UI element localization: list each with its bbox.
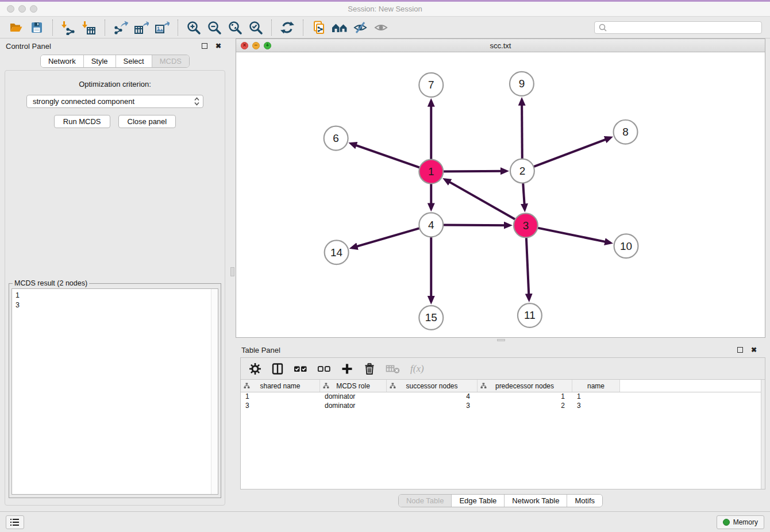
column-header-shared-name[interactable]: shared name — [241, 380, 320, 392]
edge-1-6[interactable] — [351, 144, 431, 172]
graph-node-4[interactable]: 4 — [419, 213, 443, 237]
column-header-predecessor-nodes[interactable]: predecessor nodes — [478, 380, 572, 392]
node-label: 3 — [523, 219, 529, 232]
network-close-button[interactable]: × — [241, 42, 248, 49]
float-panel-button[interactable] — [200, 41, 209, 51]
horizontal-splitter[interactable] — [236, 338, 765, 342]
close-panel-button[interactable]: ✖ — [214, 41, 223, 51]
cell-mcds-role[interactable]: dominator — [320, 392, 387, 402]
node-table: shared nameMCDS rolesuccessor nodesprede… — [241, 380, 765, 489]
cell-mcds-role[interactable]: dominator — [320, 402, 387, 411]
edge-2-8[interactable] — [522, 138, 610, 171]
tab-mcds[interactable]: MCDS — [152, 55, 189, 67]
select-all-rows-button[interactable] — [294, 361, 307, 376]
tab-style[interactable]: Style — [84, 55, 116, 67]
table-row-1[interactable]: 1dominator411 — [241, 392, 765, 402]
network-canvas[interactable]: 7968124314101511 — [236, 52, 765, 337]
delete-column-button[interactable] — [363, 361, 376, 376]
column-header-mcds-role[interactable]: MCDS role — [320, 380, 387, 392]
show-all-button[interactable] — [372, 19, 390, 36]
zoom-window-button[interactable] — [30, 5, 37, 13]
export-image-button[interactable] — [153, 19, 171, 36]
save-session-button[interactable] — [28, 19, 45, 36]
apply-layout-button[interactable] — [279, 19, 296, 36]
graph-node-10[interactable]: 10 — [614, 234, 638, 258]
table-settings-button[interactable] — [249, 361, 261, 376]
table-scrollbar[interactable] — [761, 380, 765, 489]
search-input[interactable] — [610, 24, 758, 32]
export-table-button[interactable] — [133, 19, 150, 36]
close-table-panel-button[interactable]: ✖ — [749, 345, 759, 354]
cell-predecessor-nodes[interactable]: 1 — [478, 392, 572, 402]
cell-name[interactable]: 1 — [572, 392, 620, 402]
vertical-splitter[interactable] — [230, 38, 236, 511]
first-neighbors-button[interactable] — [331, 19, 348, 36]
delete-table-button[interactable] — [386, 361, 401, 376]
run-mcds-button[interactable]: Run MCDS — [54, 115, 110, 128]
task-history-button[interactable] — [6, 515, 24, 529]
graph-node-3[interactable]: 3 — [514, 213, 538, 237]
cell-successor-nodes[interactable]: 3 — [387, 402, 478, 411]
clone-network-button[interactable] — [310, 19, 328, 36]
toolbar-separator — [52, 20, 53, 36]
open-session-button[interactable] — [7, 19, 25, 36]
column-header-name[interactable]: name — [572, 380, 620, 392]
splitter-grip[interactable] — [230, 267, 234, 276]
cell-predecessor-nodes[interactable]: 2 — [478, 402, 572, 411]
function-builder-button[interactable]: f(x) — [410, 361, 424, 376]
column-label: shared name — [260, 382, 300, 390]
graph-node-8[interactable]: 8 — [614, 120, 638, 144]
memory-button[interactable]: Memory — [717, 515, 764, 529]
cell-successor-nodes[interactable]: 4 — [387, 392, 478, 402]
node-label: 7 — [428, 79, 434, 91]
cell-shared-name[interactable]: 1 — [241, 392, 320, 402]
graph-node-14[interactable]: 14 — [325, 240, 349, 264]
toolbar-separator — [303, 20, 303, 36]
import-table-button[interactable] — [80, 19, 98, 36]
table-row-3[interactable]: 3dominator323 — [241, 402, 765, 411]
clone-network-icon — [311, 20, 326, 35]
deselect-all-rows-button[interactable] — [317, 361, 331, 376]
tab-network[interactable]: Network — [41, 55, 84, 67]
close-window-button[interactable] — [7, 5, 14, 13]
application-window: Session: New Session — [0, 0, 770, 532]
show-columns-button[interactable] — [271, 361, 284, 376]
add-column-button[interactable] — [341, 361, 353, 376]
export-table-icon — [134, 20, 149, 35]
zoom-selected-button[interactable] — [247, 19, 264, 36]
graph-node-11[interactable]: 11 — [518, 303, 542, 327]
hide-selected-button[interactable] — [352, 19, 369, 36]
zoom-in-button[interactable] — [185, 19, 202, 36]
edge-3-1[interactable] — [445, 179, 526, 225]
network-minimize-button[interactable]: − — [252, 42, 260, 49]
graph-node-1[interactable]: 1 — [419, 160, 443, 184]
zoom-fit-button[interactable] — [226, 19, 244, 36]
close-panel-button2[interactable]: Close panel — [118, 115, 176, 128]
column-header-successor-nodes[interactable]: successor nodes — [387, 380, 478, 392]
minimize-window-button[interactable] — [18, 5, 26, 13]
control-panel: Control Panel ✖ NetworkStyleSelectMCDS O… — [0, 38, 230, 511]
table-tab-motifs[interactable]: Motifs — [567, 495, 602, 507]
zoom-out-button[interactable] — [206, 19, 223, 36]
graph-node-6[interactable]: 6 — [324, 126, 348, 151]
export-network-button[interactable] — [112, 19, 129, 36]
import-network-button[interactable] — [60, 19, 77, 36]
network-zoom-button[interactable]: + — [264, 42, 271, 49]
graph-node-2[interactable]: 2 — [510, 159, 534, 183]
splitter-grip[interactable] — [497, 339, 505, 341]
float-table-panel-button[interactable] — [736, 345, 745, 354]
table-tab-node-table[interactable]: Node Table — [399, 495, 452, 507]
table-tab-network-table[interactable]: Network Table — [505, 495, 567, 507]
optimization-criterion-select[interactable]: strongly connected component — [26, 95, 203, 108]
header-filler — [620, 380, 765, 392]
graph-node-9[interactable]: 9 — [510, 72, 534, 96]
mcds-result-area[interactable]: 1 3 — [11, 288, 218, 495]
tab-select[interactable]: Select — [116, 55, 152, 67]
graph-node-15[interactable]: 15 — [419, 306, 443, 330]
table-tab-edge-table[interactable]: Edge Table — [452, 495, 505, 507]
cell-shared-name[interactable]: 3 — [241, 402, 320, 411]
result-scrollbar[interactable] — [211, 289, 218, 494]
edge-3-10[interactable] — [526, 225, 610, 242]
graph-node-7[interactable]: 7 — [419, 73, 443, 97]
cell-name[interactable]: 3 — [572, 402, 620, 411]
